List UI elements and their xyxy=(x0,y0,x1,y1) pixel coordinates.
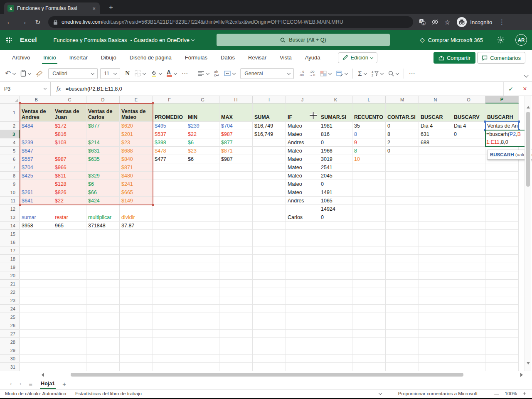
col-header-H[interactable]: H xyxy=(219,96,253,103)
cell-H28[interactable] xyxy=(219,338,253,346)
row-header-15[interactable]: 15 xyxy=(0,230,20,238)
cell-K10[interactable]: 1491 xyxy=(319,188,352,197)
cell-H3[interactable]: $987 xyxy=(219,130,253,138)
cell-D10[interactable]: $66 xyxy=(86,188,120,197)
cell-M14[interactable] xyxy=(386,222,419,230)
cell-O11[interactable] xyxy=(452,197,485,205)
cell-M18[interactable] xyxy=(386,255,419,263)
cell-G2[interactable]: $239 xyxy=(186,122,219,130)
cell-P25[interactable] xyxy=(485,313,519,321)
cell-P6[interactable] xyxy=(485,155,519,163)
browser-tab[interactable]: x Funciones y Formulas Basi × xyxy=(4,2,100,14)
cell-K1[interactable]: SUMAR.SI xyxy=(319,103,352,122)
row-header-26[interactable]: 26 xyxy=(0,321,20,330)
cell-N27[interactable] xyxy=(419,330,452,338)
cell-C2[interactable]: $172 xyxy=(53,122,86,130)
cell-H24[interactable] xyxy=(219,305,253,313)
cell-B29[interactable] xyxy=(20,346,53,355)
cell-J12[interactable] xyxy=(286,205,319,213)
zoom-level[interactable]: 100% xyxy=(505,391,517,396)
cell-I21[interactable] xyxy=(253,280,286,288)
cell-P5[interactable] xyxy=(485,147,519,155)
cell-O30[interactable] xyxy=(452,355,485,363)
cell-K28[interactable] xyxy=(319,338,352,346)
cell-I10[interactable] xyxy=(253,188,286,197)
autosum-button[interactable]: Σ xyxy=(358,70,366,77)
row-header-5[interactable]: 5 xyxy=(0,147,20,155)
cell-O6[interactable] xyxy=(452,155,485,163)
cell-D16[interactable] xyxy=(86,238,120,246)
cell-N15[interactable] xyxy=(419,230,452,238)
cell-P15[interactable] xyxy=(485,230,519,238)
cell-L21[interactable] xyxy=(352,280,386,288)
cell-K26[interactable] xyxy=(319,321,352,330)
cell-O20[interactable] xyxy=(452,271,485,280)
cell-B3[interactable] xyxy=(20,130,53,138)
cell-K21[interactable] xyxy=(319,280,352,288)
calc-mode-status[interactable]: Modo de cálculo: Automático xyxy=(5,391,66,396)
cell-L3[interactable]: 8 xyxy=(352,130,386,138)
col-header-D[interactable]: D xyxy=(86,96,120,103)
cell-J16[interactable] xyxy=(286,238,319,246)
cell-F20[interactable] xyxy=(153,271,186,280)
cell-C16[interactable] xyxy=(53,238,86,246)
app-launcher-icon[interactable] xyxy=(6,37,12,43)
row-header-24[interactable]: 24 xyxy=(0,305,20,313)
sheet-tab-hoja1[interactable]: Hoja1 xyxy=(36,378,60,389)
scroll-up-arrow[interactable] xyxy=(527,106,530,108)
cell-I8[interactable] xyxy=(253,172,286,180)
cell-G25[interactable] xyxy=(186,313,219,321)
search-input[interactable]: Buscar (Alt + Q) xyxy=(217,34,390,46)
cell-H27[interactable] xyxy=(219,330,253,338)
cell-F31[interactable] xyxy=(153,363,186,371)
ribbon-tab-insertar[interactable]: Insertar xyxy=(68,50,89,65)
cell-F8[interactable] xyxy=(153,172,186,180)
cell-I13[interactable] xyxy=(253,213,286,222)
row-header-9[interactable]: 9 xyxy=(0,180,20,188)
cell-H4[interactable]: $877 xyxy=(219,138,253,147)
add-sheet-icon[interactable]: + xyxy=(62,380,66,387)
cell-L7[interactable] xyxy=(352,163,386,172)
prev-sheet-icon[interactable]: ‹ xyxy=(10,380,12,387)
cell-H18[interactable] xyxy=(219,255,253,263)
settings-gear-icon[interactable] xyxy=(497,36,505,44)
row-header-6[interactable]: 6 xyxy=(0,155,20,163)
cell-N3[interactable]: 631 xyxy=(419,130,452,138)
scroll-right-arrow[interactable] xyxy=(520,373,523,377)
cell-O17[interactable] xyxy=(452,246,485,255)
cell-K18[interactable] xyxy=(319,255,352,263)
cell-P16[interactable] xyxy=(485,238,519,246)
row-header-20[interactable]: 20 xyxy=(0,271,20,280)
cell-N8[interactable] xyxy=(419,172,452,180)
next-sheet-icon[interactable]: › xyxy=(20,380,22,387)
cell-K31[interactable] xyxy=(319,363,352,371)
cell-L26[interactable] xyxy=(352,321,386,330)
cell-J4[interactable]: Andres xyxy=(286,138,319,147)
cell-C5[interactable] xyxy=(53,147,86,155)
cell-H12[interactable] xyxy=(219,205,253,213)
cell-H7[interactable] xyxy=(219,163,253,172)
cell-B24[interactable] xyxy=(20,305,53,313)
cell-E1[interactable]: Ventas de Mateo xyxy=(120,103,153,122)
cell-E29[interactable] xyxy=(120,346,153,355)
cell-N16[interactable] xyxy=(419,238,452,246)
reload-icon[interactable]: ↻ xyxy=(31,18,45,26)
fill-color-button[interactable] xyxy=(150,70,162,77)
cell-O7[interactable] xyxy=(452,163,485,172)
cell-E21[interactable] xyxy=(120,280,153,288)
cell-N23[interactable] xyxy=(419,296,452,305)
status-chevron-icon[interactable] xyxy=(379,392,382,395)
cell-L29[interactable] xyxy=(352,346,386,355)
edit-mode-dropdown[interactable]: Edición xyxy=(338,52,377,63)
cell-F15[interactable] xyxy=(153,230,186,238)
ribbon-tab-revisar[interactable]: Revisar xyxy=(247,50,268,65)
row-header-14[interactable]: 14 xyxy=(0,222,20,230)
cell-H2[interactable]: $704 xyxy=(219,122,253,130)
cell-K24[interactable] xyxy=(319,305,352,313)
col-header-B[interactable]: B xyxy=(20,96,53,103)
row-header-23[interactable]: 23 xyxy=(0,296,20,305)
cell-N29[interactable] xyxy=(419,346,452,355)
cell-B11[interactable]: $641 xyxy=(20,197,53,205)
align-button[interactable] xyxy=(198,71,209,76)
cell-I14[interactable] xyxy=(253,222,286,230)
